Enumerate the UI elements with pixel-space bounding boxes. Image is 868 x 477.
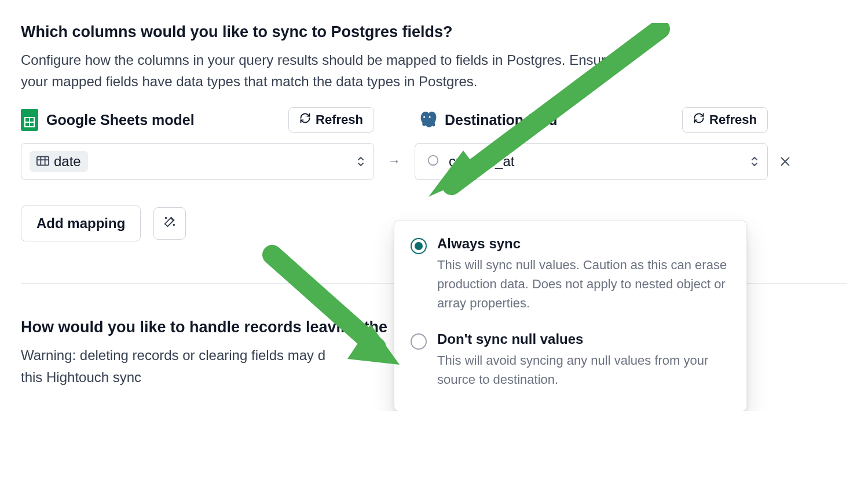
option-title: Always sync xyxy=(437,236,730,252)
sync-option-always[interactable]: Always sync This will sync null values. … xyxy=(394,231,746,324)
refresh-icon xyxy=(693,112,705,127)
refresh-destination-button[interactable]: Refresh xyxy=(682,107,768,133)
mapping-row: date → created_at xyxy=(21,143,847,180)
magic-wand-icon xyxy=(163,215,176,232)
refresh-icon xyxy=(299,112,311,127)
refresh-destination-label: Refresh xyxy=(709,112,757,127)
destination-label: Destination field xyxy=(445,112,557,129)
chevron-updown-icon xyxy=(750,155,759,168)
source-field-value: date xyxy=(54,153,81,170)
google-sheets-icon xyxy=(21,109,38,131)
remove-mapping-button[interactable] xyxy=(768,143,803,180)
add-mapping-label: Add mapping xyxy=(36,215,125,231)
svg-rect-2 xyxy=(37,157,49,166)
svg-point-0 xyxy=(423,116,425,118)
option-description: This will avoid syncing any null values … xyxy=(437,351,730,389)
svg-point-9 xyxy=(166,218,167,219)
section-description: Configure how the columns in your query … xyxy=(21,49,617,92)
svg-point-10 xyxy=(174,225,175,226)
option-description: This will sync null values. Caution as t… xyxy=(437,255,730,313)
postgres-icon xyxy=(415,109,437,131)
source-field-select[interactable]: date xyxy=(21,143,374,180)
source-label: Google Sheets model xyxy=(46,112,195,129)
radio-selected-icon xyxy=(411,238,427,254)
column-headers: Google Sheets model Refresh Destination xyxy=(21,107,847,143)
option-title: Don't sync null values xyxy=(437,331,730,347)
refresh-source-label: Refresh xyxy=(316,112,363,127)
auto-map-button[interactable] xyxy=(153,207,186,240)
chevron-updown-icon xyxy=(356,155,365,168)
add-mapping-button[interactable]: Add mapping xyxy=(21,206,141,241)
section-heading: Which columns would you like to sync to … xyxy=(21,23,847,41)
radio-unselected-icon xyxy=(411,333,427,350)
circle-icon xyxy=(427,154,440,169)
destination-field-value: created_at xyxy=(445,153,514,170)
sync-mode-dropdown: Always sync This will sync null values. … xyxy=(394,220,747,411)
destination-field-select[interactable]: created_at xyxy=(415,143,768,180)
refresh-source-button[interactable]: Refresh xyxy=(288,107,374,133)
section-column-mapping: Which columns would you like to sync to … xyxy=(21,23,847,241)
svg-point-6 xyxy=(428,156,438,166)
sync-option-dont-sync-null[interactable]: Don't sync null values This will avoid s… xyxy=(394,324,746,401)
arrow-right-icon: → xyxy=(374,143,415,180)
table-icon xyxy=(36,153,49,170)
svg-point-1 xyxy=(429,116,431,118)
